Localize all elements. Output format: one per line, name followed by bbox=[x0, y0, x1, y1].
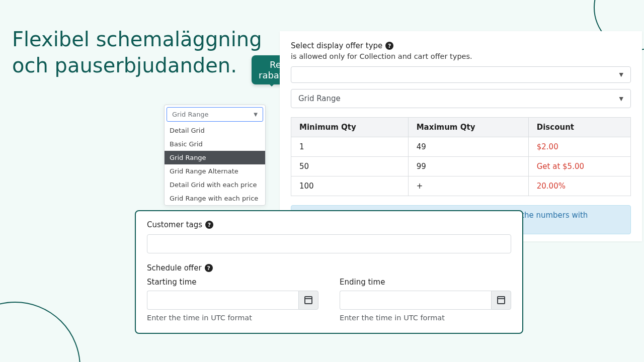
starting-time-label: Starting time bbox=[147, 278, 318, 287]
customer-tags-label: Customer tags ? bbox=[147, 220, 511, 229]
cell-max: 99 bbox=[408, 157, 528, 176]
help-icon[interactable]: ? bbox=[205, 221, 213, 229]
customer-tags-input[interactable] bbox=[147, 234, 511, 253]
dropdown-option-detail-each-price[interactable]: Detail Grid with each price bbox=[165, 178, 265, 192]
calendar-icon bbox=[497, 296, 505, 304]
table-row: 1 49 $2.00 bbox=[291, 137, 631, 157]
dropdown-option-detail-grid[interactable]: Detail Grid bbox=[165, 124, 265, 137]
col-disc: Discount bbox=[528, 118, 630, 137]
headline-line2: och pauserbjudanden. bbox=[12, 52, 262, 78]
starting-time-input[interactable] bbox=[147, 291, 298, 310]
chevron-down-icon: ▼ bbox=[619, 71, 623, 78]
schedule-offer-label: Schedule offer ? bbox=[147, 263, 511, 273]
col-min: Minimum Qty bbox=[291, 118, 409, 137]
headline: Flexibel schemaläggning och pauserbjudan… bbox=[12, 26, 262, 78]
dropdown-selected-label: Grid Range bbox=[172, 111, 209, 118]
starting-time-hint: Enter the time in UTC format bbox=[147, 314, 318, 322]
label-text: Select display offer type bbox=[291, 41, 382, 50]
table-header-row: Minimum Qty Maximum Qty Discount bbox=[291, 118, 631, 137]
starting-time-calendar-button[interactable] bbox=[298, 291, 318, 310]
ending-time-hint: Enter the time in UTC format bbox=[340, 314, 511, 322]
starting-time-col: Starting time Enter the time in UTC form… bbox=[147, 278, 318, 322]
dropdown-option-range-each-price[interactable]: Grid Range with each price bbox=[165, 192, 265, 205]
ending-time-input[interactable] bbox=[340, 291, 491, 310]
help-icon[interactable]: ? bbox=[385, 42, 393, 50]
help-icon[interactable]: ? bbox=[205, 264, 213, 272]
cell-max: 49 bbox=[408, 137, 528, 157]
sched-label-text: Schedule offer bbox=[147, 263, 202, 273]
ending-time-label: Ending time bbox=[340, 278, 511, 287]
chevron-down-icon: ▼ bbox=[619, 96, 623, 102]
schedule-panel: Customer tags ? Schedule offer ? Startin… bbox=[135, 210, 523, 334]
discount-table: Minimum Qty Maximum Qty Discount 1 49 $2… bbox=[291, 117, 631, 196]
col-max: Maximum Qty bbox=[408, 118, 528, 137]
cell-min: 1 bbox=[291, 137, 409, 157]
offer-type-note: is allowed only for Collection and cart … bbox=[291, 52, 631, 60]
cell-disc: Get at $5.00 bbox=[528, 157, 630, 176]
display-type-dropdown[interactable]: Grid Range ▼ Detail Grid Basic Grid Grid… bbox=[164, 105, 266, 206]
cell-disc: 20.00% bbox=[528, 176, 630, 196]
select2-value: Grid Range bbox=[298, 94, 341, 103]
cell-disc: $2.00 bbox=[528, 137, 630, 157]
table-row: 100 + 20.00% bbox=[291, 176, 631, 196]
calendar-icon bbox=[304, 296, 312, 304]
cell-min: 100 bbox=[291, 176, 409, 196]
dropdown-option-grid-range[interactable]: Grid Range bbox=[165, 151, 265, 164]
dropdown-option-basic-grid[interactable]: Basic Grid bbox=[165, 137, 265, 151]
headline-line1: Flexibel schemaläggning bbox=[12, 26, 262, 52]
dropdown-option-grid-range-alt[interactable]: Grid Range Alternate bbox=[165, 164, 265, 178]
ending-time-calendar-button[interactable] bbox=[491, 291, 511, 310]
display-offer-type-label: Select display offer type ? bbox=[291, 41, 631, 50]
chevron-down-icon: ▼ bbox=[254, 112, 258, 117]
ending-time-col: Ending time Enter the time in UTC format bbox=[340, 278, 511, 322]
offer-type-select-2[interactable]: Grid Range ▼ bbox=[291, 89, 631, 108]
cell-max: + bbox=[408, 176, 528, 196]
decorative-circle-bl bbox=[0, 302, 80, 362]
offer-type-select-1[interactable]: ▼ bbox=[291, 66, 631, 83]
tags-label-text: Customer tags bbox=[147, 220, 202, 229]
cell-min: 50 bbox=[291, 157, 409, 176]
dropdown-selected[interactable]: Grid Range ▼ bbox=[167, 107, 263, 122]
table-row: 50 99 Get at $5.00 bbox=[291, 157, 631, 176]
